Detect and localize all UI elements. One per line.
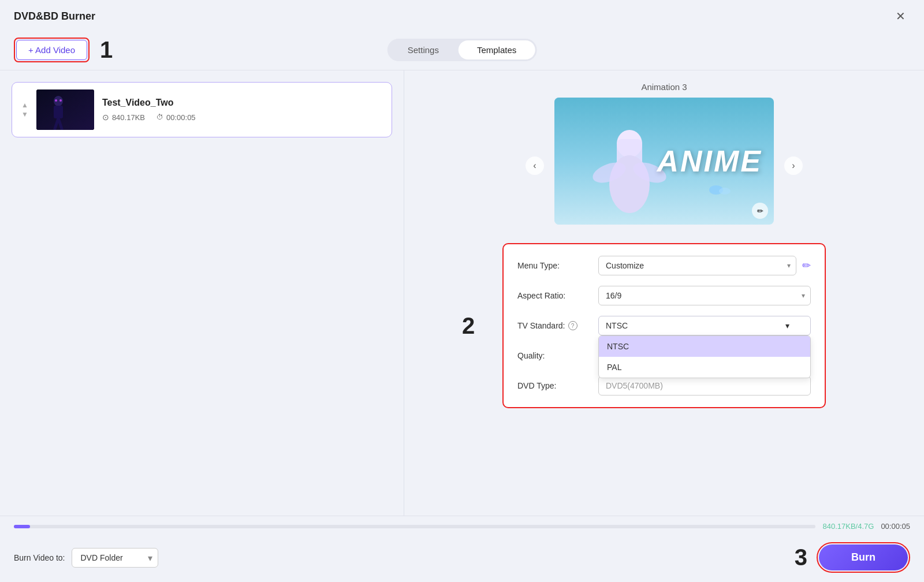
tv-standard-help-icon[interactable]: ? (568, 321, 578, 330)
anime-text-overlay: ANIME (657, 144, 762, 178)
svg-point-7 (59, 99, 62, 102)
clock-icon: ⏱ (157, 113, 163, 121)
template-preview-area: ANIME ✏ (554, 98, 774, 225)
aspect-ratio-select-wrapper: 16/9 4/3 ▾ (598, 286, 811, 305)
menu-type-row: Menu Type: Customize None Standard ▾ ✏ (517, 256, 811, 275)
video-info: Test_Video_Two ⊙ 840.17KB ⏱ 00:00:05 (102, 98, 382, 122)
template-name: Animation 3 (641, 82, 687, 92)
header-row: + Add Video 1 Settings Templates (0, 32, 924, 70)
burn-to-select-wrapper: DVD Folder ISO File DVD Disc ▾ (72, 548, 158, 568)
dvd-type-label: DVD Type: (517, 381, 598, 390)
sort-arrows: ▲ ▼ (21, 101, 28, 118)
svg-point-15 (719, 188, 731, 195)
duration-value: 00:00:05 (166, 113, 196, 122)
aspect-ratio-select[interactable]: 16/9 4/3 (598, 286, 811, 305)
dropdown-option-pal[interactable]: PAL (599, 357, 810, 378)
menu-type-edit-button[interactable]: ✏ (802, 259, 811, 272)
menu-type-select[interactable]: Customize None Standard (598, 256, 796, 275)
step-2-number: 2 (462, 313, 475, 339)
quality-label: Quality: (517, 351, 598, 360)
add-video-button[interactable]: + Add Video (16, 40, 87, 60)
tv-standard-value: NTSC (606, 321, 628, 330)
aspect-ratio-row: Aspect Ratio: 16/9 4/3 ▾ (517, 286, 811, 305)
tv-standard-select-wrapper: NTSC ▾ NTSC PAL (598, 316, 811, 335)
storage-info: 840.17KB/4.7G (822, 522, 874, 531)
menu-type-select-wrapper: Customize None Standard ▾ (598, 256, 796, 275)
tab-group: Settings Templates (388, 39, 537, 61)
bottom-bar: 840.17KB/4.7G 00:00:05 (0, 516, 924, 536)
svg-rect-3 (54, 106, 63, 118)
settings-section: 2 Menu Type: Customize None Standard ▾ (502, 243, 826, 408)
preview-background: ANIME ✏ (554, 98, 774, 225)
footer-right: 3 Burn (795, 542, 910, 573)
step-3-number: 3 (795, 544, 807, 570)
add-video-btn-wrapper: + Add Video (14, 38, 90, 62)
progress-bar-fill (14, 525, 30, 528)
burn-btn-wrapper: Burn (817, 542, 910, 573)
menu-type-label: Menu Type: (517, 261, 598, 270)
preview-edit-icon[interactable]: ✏ (752, 203, 768, 219)
arrow-up-icon[interactable]: ▲ (21, 101, 28, 109)
footer-bar: Burn Video to: DVD Folder ISO File DVD D… (0, 536, 924, 582)
tab-templates[interactable]: Templates (459, 40, 535, 59)
video-meta: ⊙ 840.17KB ⏱ 00:00:05 (102, 113, 382, 122)
burn-to-label: Burn Video to: (14, 553, 65, 562)
file-size-meta: ⊙ 840.17KB (102, 113, 145, 122)
prev-template-button[interactable]: ‹ (526, 156, 544, 175)
video-thumbnail (36, 89, 94, 130)
dvd-type-value[interactable]: DVD5(4700MB) (598, 376, 811, 396)
right-panel: Animation 3 ‹ (404, 70, 924, 516)
tv-standard-label: TV Standard: ? (517, 321, 598, 330)
svg-rect-1 (36, 89, 94, 130)
tab-settings[interactable]: Settings (389, 40, 457, 59)
title-bar: DVD&BD Burner ✕ (0, 0, 924, 32)
tv-standard-chevron: ▾ (785, 321, 789, 330)
left-panel: ▲ ▼ (0, 70, 404, 516)
settings-panel: Menu Type: Customize None Standard ▾ ✏ (502, 243, 826, 408)
video-item: ▲ ▼ (12, 82, 392, 137)
arrow-down-icon[interactable]: ▼ (21, 110, 28, 118)
svg-point-6 (55, 99, 57, 102)
tv-standard-row: TV Standard: ? NTSC ▾ NTSC PAL (517, 316, 811, 335)
progress-bar (14, 525, 815, 528)
burn-to-section: Burn Video to: DVD Folder ISO File DVD D… (14, 548, 158, 568)
duration-meta: ⏱ 00:00:05 (157, 113, 196, 122)
burn-button[interactable]: Burn (819, 544, 908, 570)
step-1-number: 1 (100, 37, 113, 63)
main-content: ▲ ▼ (0, 70, 924, 516)
total-duration: 00:00:05 (881, 522, 910, 531)
thumb-bg (36, 89, 94, 130)
dvd-type-row: DVD Type: DVD5(4700MB) (517, 376, 811, 396)
file-icon: ⊙ (102, 113, 109, 122)
dropdown-option-ntsc[interactable]: NTSC (599, 336, 810, 357)
file-size-value: 840.17KB (112, 113, 145, 122)
video-name: Test_Video_Two (102, 98, 382, 108)
next-template-button[interactable]: › (784, 156, 803, 175)
app-title: DVD&BD Burner (14, 10, 95, 23)
tv-standard-select-display[interactable]: NTSC ▾ (598, 316, 811, 335)
app-window: DVD&BD Burner ✕ + Add Video 1 Settings T… (0, 0, 924, 582)
tv-standard-dropdown: NTSC PAL (598, 335, 811, 378)
burn-to-select[interactable]: DVD Folder ISO File DVD Disc (72, 548, 158, 568)
preview-nav-wrapper: ‹ (554, 98, 774, 234)
close-button[interactable]: ✕ (891, 7, 910, 25)
aspect-ratio-label: Aspect Ratio: (517, 291, 598, 300)
